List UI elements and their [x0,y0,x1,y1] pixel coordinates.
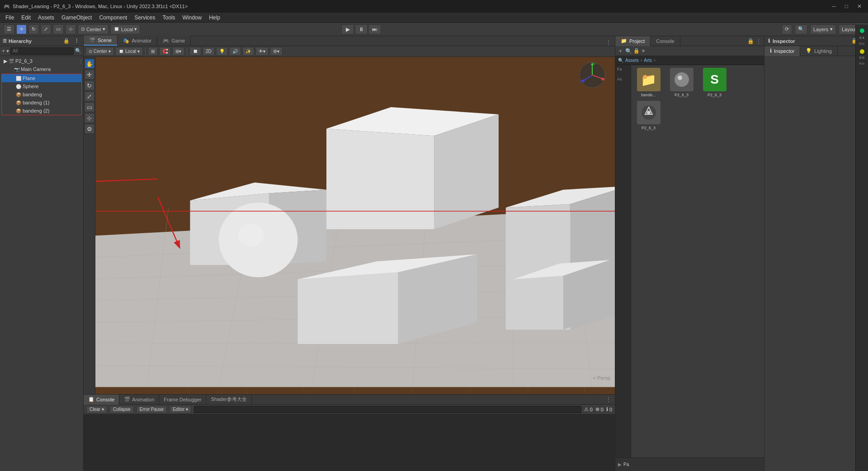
scene-tab-animator[interactable]: 🎭 Animator [118,36,157,46]
asset-item-scene[interactable]: P2_6_3 [667,68,696,97]
hierarchy-item-p2_6_3[interactable]: ▶ 🎬 P2_6_3 ⋮ [0,57,83,65]
search-button[interactable]: 🔍 [795,24,807,34]
hierarchy-lock-icon[interactable]: 🔒 [62,38,71,44]
hierarchy-search-icon[interactable]: 🔍 [75,48,81,54]
sv-lights-btn[interactable]: 💡 [216,47,228,56]
bottom-tab-more[interactable]: ⋮ [602,396,615,403]
right-panel-lock-icon[interactable]: 🔒 [747,38,754,44]
folder-pa[interactable]: Pa [623,462,629,467]
sv-snap-btn[interactable]: 🧲 [159,47,171,56]
menu-gameobject[interactable]: GameObject [58,14,95,22]
history-button[interactable]: ⟳ [782,24,792,34]
hierarchy-item-options[interactable]: ⋮ [79,59,83,64]
scene-viewport[interactable]: Y X Z < Persp [95,57,615,394]
asset-item-shader[interactable]: S P2_6_3 [700,68,729,97]
tool-scale[interactable]: ⤢ [41,24,51,34]
hierarchy-search-input[interactable] [10,47,74,55]
tool-hand[interactable]: ☰ [4,24,14,34]
tool-transform[interactable]: ⊹ [66,24,76,34]
scene-tab-game[interactable]: 🎮 Game [157,36,191,46]
close-button[interactable]: ✕ [854,2,864,10]
hierarchy-dropdown-button[interactable]: ▾ [6,48,9,54]
play-button[interactable]: ▶ [341,24,354,34]
project-search-btn[interactable]: 🔍 [625,48,632,54]
hierarchy-item-bandeng2[interactable]: 📦 bandeng (2) [2,107,81,115]
tool-rect[interactable]: ▭ [53,24,64,34]
menu-assets[interactable]: Assets [34,14,58,22]
console-side-tab[interactable]: Console [651,36,680,46]
tool-rotate[interactable]: ↻ [28,24,39,34]
sv-center-dropdown[interactable]: ⊙Center▾ [85,47,114,56]
breadcrumb-assets[interactable]: Assets [625,58,639,63]
asset-item-bande[interactable]: 📁 bande... [634,68,663,97]
menu-help[interactable]: Help [205,14,224,22]
sv-grid-btn[interactable]: ⊞ [148,47,158,56]
sv-audio-btn[interactable]: 🔊 [229,47,241,56]
tool-rect-btn[interactable]: ▭ [85,102,94,112]
window-controls[interactable]: ─ □ ✕ [829,2,864,10]
console-error-pause-btn[interactable]: Error Pause [137,406,167,413]
folder-expand-icon[interactable]: ▶ [618,462,622,467]
sv-scene-visibility[interactable]: 👁▾ [255,47,269,56]
sv-2d-btn[interactable]: 2D [203,47,215,56]
console-clear-arrow[interactable]: ▾ [102,407,104,412]
console-editor-btn[interactable]: Editor ▾ [170,406,191,413]
scene-tab-more[interactable]: ⋮ [602,39,615,46]
project-add-btn[interactable]: + [617,48,624,54]
sv-view-mode[interactable]: 🔲 [189,47,201,56]
tool-transform-btn[interactable]: ⊹ [85,113,94,123]
asset-item-unity[interactable]: P2_6_3 [634,101,663,130]
sv-fx-btn[interactable]: ✨ [242,47,254,56]
project-tree-item-as[interactable]: As [616,76,630,82]
layers-dropdown[interactable]: Layers▾ [810,24,836,34]
tool-rotate-btn[interactable]: ↻ [85,80,94,90]
bottom-tab-shader-ref[interactable]: Shader参考大全 [206,395,251,405]
menu-component[interactable]: Component [95,14,131,22]
menu-tools[interactable]: Tools [159,14,179,22]
project-tree-item-fa[interactable]: Fa [616,66,630,72]
tool-move[interactable]: ✛ [16,24,27,34]
maximize-button[interactable]: □ [842,2,851,10]
minimize-button[interactable]: ─ [829,2,839,10]
hierarchy-item-sphere[interactable]: ⚪ Sphere [2,82,81,90]
menu-window[interactable]: Window [179,14,205,22]
hierarchy-header-icons[interactable]: 🔒 ⋮ [62,38,80,44]
menu-file[interactable]: File [2,14,18,22]
console-editor-arrow[interactable]: ▾ [186,407,188,412]
breadcrumb-search-icon[interactable]: 🔍 [618,58,623,63]
inspector-sub-tab-inspector[interactable]: ℹ Inspector [764,46,800,56]
hierarchy-item-bandeng[interactable]: 📦 bandeng [2,90,81,99]
step-button[interactable]: ⏭ [368,24,381,34]
sv-local-dropdown[interactable]: 🔲Local▾ [115,47,143,56]
bottom-tab-frame-debugger[interactable]: Frame Debugger [159,395,206,405]
hierarchy-item-plane[interactable]: ⬜ Plane [2,74,81,82]
console-search-input[interactable] [194,406,581,413]
project-lock-btn[interactable]: 🔒 [633,48,640,54]
tool-hand-btn[interactable]: ✋ [85,59,94,69]
inspector-sub-tab-lighting[interactable]: 💡 Lighting [800,46,838,56]
bottom-tab-console[interactable]: 📋 Console [84,395,119,405]
pivot-toggle[interactable]: ⊙Center▾ [78,24,108,34]
menu-services[interactable]: Services [131,14,159,22]
breadcrumb-arts[interactable]: Arts [644,58,652,63]
project-star-btn[interactable]: ★ [641,48,646,54]
tool-move-btn[interactable]: ✛ [85,70,94,80]
hierarchy-add-button[interactable]: + [2,48,5,54]
hierarchy-item-bandeng1[interactable]: 📦 bandeng (1) [2,99,81,107]
pause-button[interactable]: ⏸ [355,24,368,34]
space-toggle[interactable]: 🔲Local▾ [110,24,140,34]
console-collapse-btn[interactable]: Collapse [110,406,134,413]
right-panel-more-icon[interactable]: ⋮ [756,38,761,44]
console-clear-btn[interactable]: Clear ▾ [86,406,107,413]
sv-align-btn[interactable]: ⊞▾ [172,47,184,56]
bottom-tab-animation[interactable]: 🎬 Animation [119,395,159,405]
scene-gizmo[interactable]: Y X Z [579,61,606,89]
hierarchy-item-main-camera[interactable]: 📷 Main Camera [0,65,83,73]
hierarchy-more-icon[interactable]: ⋮ [73,38,80,44]
project-tab[interactable]: 📁 Project [615,36,651,46]
menu-edit[interactable]: Edit [18,14,34,22]
scene-tab-scene[interactable]: 🎬 Scene [84,36,118,46]
sv-gizmos[interactable]: ⚙▾ [270,47,283,56]
tool-custom-btn[interactable]: ⚙ [85,124,94,134]
tool-scale-btn[interactable]: ⤢ [85,91,94,101]
